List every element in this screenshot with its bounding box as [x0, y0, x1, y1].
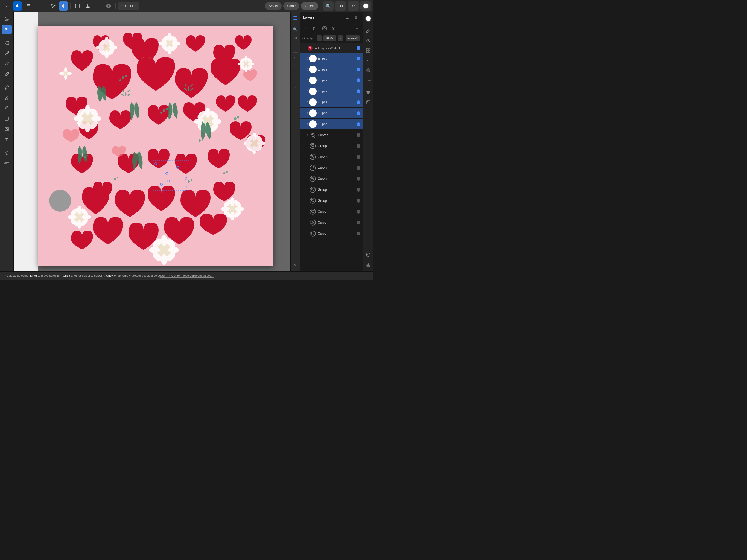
- layer-item-curve-3[interactable]: Curve: [300, 228, 363, 239]
- layer-vis-curve-1[interactable]: [357, 210, 360, 213]
- shape-tool[interactable]: [2, 114, 12, 124]
- artboard[interactable]: [38, 26, 274, 266]
- layer-item-curves-3[interactable]: Curves: [300, 162, 363, 173]
- layer-vis-4[interactable]: [357, 90, 360, 93]
- canvas-visibility-btn[interactable]: [291, 34, 299, 42]
- brush-tool[interactable]: [2, 59, 12, 69]
- blend-mode-selector[interactable]: Normal ›: [345, 35, 360, 41]
- canvas-settings-btn[interactable]: ?: [291, 261, 299, 269]
- layer-item-curve-2[interactable]: Curve: [300, 217, 363, 228]
- text-size-icon[interactable]: 11.8pt: [364, 76, 373, 84]
- layer-vis-group-1[interactable]: [357, 144, 360, 148]
- layer-item-ellipse-2[interactable]: Ellipse: [300, 64, 363, 75]
- pencil-tool[interactable]: [2, 69, 12, 79]
- layer-item-group-1[interactable]: › Group: [300, 141, 363, 152]
- canvas-clock-btn[interactable]: ⏱: [291, 63, 299, 71]
- add-layer-btn[interactable]: +: [302, 24, 310, 32]
- canvas-background[interactable]: [14, 12, 300, 271]
- layer-vis-curves-3[interactable]: [357, 166, 360, 170]
- select-tool-btn[interactable]: [48, 1, 58, 11]
- move-tool[interactable]: [2, 25, 12, 34]
- export-icon[interactable]: [364, 260, 373, 269]
- layer-item-ellipse-5[interactable]: Ellipse: [300, 97, 363, 108]
- boolean-btn[interactable]: [104, 1, 113, 11]
- layer-vis-curves-2[interactable]: [357, 155, 360, 159]
- history-icon[interactable]: [364, 251, 373, 259]
- opacity-increase-btn[interactable]: ›: [338, 35, 343, 41]
- text-tool[interactable]: T: [2, 134, 12, 144]
- layer-item-group-2[interactable]: › Group: [300, 184, 363, 195]
- layer-vis-7[interactable]: [357, 122, 360, 126]
- pen-tool[interactable]: [2, 48, 12, 58]
- layer-item-ellipse-4[interactable]: Ellipse: [300, 86, 363, 97]
- layer-vis-6[interactable]: [357, 111, 360, 115]
- align-btn[interactable]: [94, 1, 103, 11]
- ruler-tool[interactable]: [2, 158, 12, 168]
- select-btn[interactable]: Select: [265, 2, 282, 10]
- more-button[interactable]: ···: [34, 1, 44, 11]
- layers-list-btn[interactable]: ☰: [344, 14, 351, 21]
- eyedropper-panel-icon[interactable]: [364, 27, 373, 35]
- canvas-arrow-right[interactable]: ›: [291, 83, 299, 91]
- layer-vis-curves-4[interactable]: [357, 177, 360, 181]
- fill-tool[interactable]: [2, 93, 12, 103]
- object-btn[interactable]: Object: [301, 2, 318, 10]
- layer-vis-curve-2[interactable]: [357, 221, 360, 225]
- history-btn[interactable]: ↩: [348, 1, 359, 11]
- add-artboard-btn[interactable]: [73, 1, 82, 11]
- canvas-zoom-btn[interactable]: 🔍: [291, 25, 299, 33]
- default-preset-btn[interactable]: ‹ Default ›: [118, 2, 139, 10]
- scroll-indicator[interactable]: [159, 277, 214, 278]
- layer-vis-group-3[interactable]: [357, 199, 360, 203]
- vector-tool[interactable]: [2, 38, 12, 48]
- layer-vis-curves-1[interactable]: [357, 133, 360, 137]
- layer-item-curves-4[interactable]: Curves: [300, 173, 363, 184]
- layer-vis-2[interactable]: [357, 68, 360, 71]
- layer-vis-5[interactable]: [357, 100, 360, 104]
- layer-item-ellipse-7[interactable]: Ellipse: [300, 119, 363, 130]
- opacity-input[interactable]: [323, 35, 336, 41]
- color-btn[interactable]: [360, 1, 371, 11]
- layer-item-group-3[interactable]: › Group: [300, 195, 363, 206]
- opacity-decrease-btn[interactable]: ‹: [317, 35, 321, 41]
- same-btn[interactable]: Same: [283, 2, 300, 10]
- visibility-btn[interactable]: [335, 1, 346, 11]
- art-layer-visibility[interactable]: [357, 46, 360, 50]
- artboard-tool[interactable]: [2, 124, 12, 134]
- back-button[interactable]: ‹: [2, 1, 11, 11]
- canvas-layers-btn[interactable]: [291, 14, 299, 22]
- eyedropper-tool[interactable]: [2, 82, 12, 93]
- layer-vis-1[interactable]: [357, 57, 360, 60]
- add-group-btn[interactable]: [311, 24, 319, 32]
- delete-layer-btn[interactable]: 🗑: [330, 24, 338, 32]
- sample-tool[interactable]: [2, 148, 12, 158]
- fx-panel-icon[interactable]: FX: [364, 56, 373, 65]
- add-mask-btn[interactable]: [320, 24, 329, 32]
- art-layer-header[interactable]: Art Layer - Work Here: [300, 43, 363, 53]
- menu-button[interactable]: ☰: [24, 1, 33, 11]
- canvas-fit-btn[interactable]: ⊡: [291, 43, 299, 51]
- arrow-select-tool[interactable]: [2, 14, 12, 24]
- hand-tool-btn[interactable]: [59, 1, 68, 11]
- layer-item-ellipse-6[interactable]: Ellipse: [300, 108, 363, 119]
- layer-vis-group-2[interactable]: [357, 188, 360, 192]
- layers-expand-btn[interactable]: ≡: [335, 14, 342, 21]
- color-swatch-icon[interactable]: [364, 14, 373, 23]
- rotate-tool[interactable]: [2, 103, 12, 113]
- canvas-rotate-btn[interactable]: ↻: [291, 54, 299, 62]
- transform-icon[interactable]: [364, 98, 373, 107]
- export-btn[interactable]: [83, 1, 93, 11]
- layer-vis-3[interactable]: [357, 78, 360, 82]
- color-adj-icon[interactable]: [364, 66, 373, 75]
- layer-item-curves-1[interactable]: Curves: [300, 130, 363, 141]
- align-icon[interactable]: [364, 88, 373, 97]
- layer-item-ellipse-3[interactable]: Ellipse: [300, 75, 363, 86]
- layer-vis-curve-3[interactable]: [357, 232, 360, 235]
- canvas-arrow-left[interactable]: ‹: [291, 74, 299, 82]
- layer-item-ellipse-1[interactable]: Ellipse: [300, 53, 363, 64]
- layers-more-btn[interactable]: ···: [352, 24, 360, 32]
- grid-panel-icon[interactable]: [364, 46, 373, 55]
- canvas-area[interactable]: 🔍 ⊡ ↻ ⏱ ‹ › ?: [14, 12, 300, 271]
- layer-item-curve-1[interactable]: Curve: [300, 206, 363, 217]
- layers-grid-btn[interactable]: ⊞: [353, 14, 359, 21]
